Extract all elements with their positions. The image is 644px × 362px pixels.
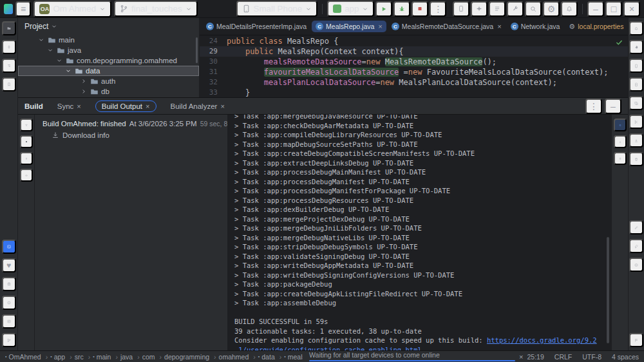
breadcrumb-item[interactable]: ▪ data (258, 353, 284, 361)
breadcrumb-item[interactable]: ▪ OmAhmed (5, 353, 50, 361)
download-tool-button[interactable] (629, 133, 643, 148)
project-widget[interactable]: OA Om Ahmed (33, 1, 111, 17)
tree-item-auth[interactable]: auth (18, 76, 199, 86)
chevron-right-icon[interactable] (80, 88, 88, 95)
build-options-button[interactable]: ⋮ (585, 99, 602, 114)
clear-console-button[interactable] (614, 152, 627, 165)
filter-button[interactable] (20, 119, 33, 131)
console-scrollbar[interactable] (607, 237, 609, 343)
chevron-right-icon[interactable] (80, 78, 88, 84)
commit-tool-button[interactable] (2, 40, 16, 54)
dependencies-tool-button[interactable] (2, 277, 16, 291)
chevron-down-icon[interactable] (64, 68, 72, 74)
problems-tool-button[interactable] (2, 296, 16, 310)
theme-tool-button[interactable] (629, 239, 643, 253)
device-manager-tool-button[interactable] (629, 59, 643, 73)
debug-button[interactable] (393, 1, 410, 17)
project-scrollbar[interactable] (196, 37, 198, 63)
close-tab-icon[interactable]: × (146, 102, 149, 110)
chevron-down-icon[interactable] (55, 57, 63, 64)
gradle-docs-link[interactable]: .1/userguide/configuration_cache_enablin… (234, 346, 422, 351)
tree-item-java[interactable]: java (18, 45, 199, 55)
breadcrumb-item[interactable]: java (120, 353, 142, 361)
cancel-progress-icon[interactable]: × (519, 353, 523, 361)
version-control-tool-button[interactable] (2, 333, 16, 347)
build-console[interactable]: > Task :app:mergeDebugJavaResource UP-TO… (228, 115, 611, 350)
main-menu-button[interactable]: ≡ (15, 1, 32, 17)
tab-build-analyzer[interactable]: Build Analyzer × (164, 100, 231, 112)
cursor-position[interactable]: 25:19 (527, 353, 544, 361)
line-separator-indicator[interactable]: CRLF (554, 353, 572, 361)
running-devices-tool-button[interactable] (629, 77, 643, 91)
todo-tool-button[interactable] (629, 333, 643, 347)
stop-button[interactable] (412, 1, 428, 17)
notifications-tool-button[interactable] (629, 21, 643, 35)
tree-item-package[interactable]: com.depogramming.omahmed (18, 55, 199, 66)
chevron-down-icon[interactable] (37, 37, 45, 43)
tab-network[interactable]: C Network.java (507, 21, 564, 32)
close-tab-icon[interactable]: × (497, 23, 501, 30)
hide-build-panel-button[interactable]: – (605, 99, 621, 114)
build-result-root-row[interactable]: Build OmAhmed: finished At 3/6/2026 3:25… (35, 118, 227, 129)
close-tab-icon[interactable]: × (378, 23, 382, 30)
close-tab-icon[interactable]: × (220, 102, 224, 110)
gradle-tool-button[interactable] (629, 40, 643, 54)
indent-indicator[interactable]: 4 spaces (612, 353, 639, 361)
close-window-button[interactable]: × (623, 1, 640, 17)
emulator-tool-button[interactable] (629, 258, 643, 272)
bookmarks-tool-button[interactable] (2, 77, 16, 91)
ai-assistant-button[interactable] (471, 1, 488, 17)
inspections-ok-icon[interactable] (615, 38, 623, 46)
favorites-tool-button[interactable]: ♥ (2, 258, 16, 272)
breadcrumb-item[interactable]: depogramming (164, 353, 219, 361)
chevron-down-icon[interactable] (46, 47, 54, 53)
tree-item-db[interactable]: db (18, 86, 199, 97)
screenshot-tool-button[interactable] (629, 115, 643, 129)
breadcrumb-item[interactable]: omahmed (219, 353, 258, 361)
download-info-row[interactable]: Download info (35, 129, 227, 141)
gradle-docs-link[interactable]: https://docs.gradle.org/9.2 (487, 336, 597, 344)
breadcrumb-item[interactable]: ▪ main (93, 353, 120, 361)
logcat-tool-button[interactable] (2, 314, 16, 329)
pin-button[interactable] (20, 152, 33, 165)
scroll-to-end-button[interactable] (614, 135, 627, 148)
tree-item-main[interactable]: main (18, 35, 199, 45)
preview-button[interactable] (20, 169, 33, 182)
soft-wrap-button[interactable] (614, 119, 627, 131)
code-editor[interactable]: 24 public class MealsRepo { 29 public Me… (200, 35, 628, 97)
search-everywhere-button[interactable] (525, 1, 542, 17)
delete-tool-button[interactable] (629, 152, 643, 166)
tab-build-output-active[interactable]: Build Output × (95, 100, 156, 112)
stop-build-button[interactable] (20, 135, 33, 148)
breadcrumb-item[interactable]: src (75, 353, 93, 361)
breadcrumb-item[interactable]: ▪ app (50, 353, 75, 361)
tab-mealsrepo-active[interactable]: C MealsRepo.java × (312, 21, 386, 32)
tab-sync[interactable]: Sync × (51, 100, 88, 112)
build-tools-button[interactable] (507, 1, 524, 17)
live-edit-tool-button[interactable] (629, 220, 643, 234)
breadcrumb-item[interactable]: ▪ meals (284, 353, 303, 361)
project-panel-header[interactable]: Project (18, 18, 199, 35)
branch-widget[interactable]: final_touches (114, 1, 198, 17)
run-more-options-button[interactable]: ⋮ (430, 1, 446, 17)
structure-tool-button[interactable] (2, 59, 16, 73)
close-tab-icon[interactable]: × (77, 102, 80, 110)
terminal-tool-button[interactable] (2, 240, 16, 254)
maximize-button[interactable]: □ (605, 1, 622, 17)
tab-mealsremotedatasource[interactable]: C MealsRemoteDataSource.java × (388, 21, 506, 32)
minimize-button[interactable]: – (587, 1, 604, 17)
notifications-button[interactable] (561, 1, 578, 17)
breadcrumb-item[interactable]: com (142, 353, 164, 361)
resource-manager-tool-button[interactable] (629, 96, 643, 110)
encoding-indicator[interactable]: UTF-8 (582, 353, 601, 361)
project-tool-button[interactable] (2, 21, 16, 35)
tab-mealdetailspresenterimp[interactable]: C MealDetailsPresenterImp.java (202, 21, 310, 32)
run-button[interactable] (375, 1, 392, 17)
tree-item-data-selected[interactable]: data (18, 66, 199, 76)
todo-list-button[interactable] (489, 1, 506, 17)
settings-button[interactable]: ⚙ (543, 1, 560, 17)
progress-widget[interactable]: Waiting for all target devices to come o… (309, 352, 515, 361)
device-selector[interactable]: Small Phone (236, 1, 318, 17)
device-manager-button[interactable] (453, 1, 469, 17)
run-configuration-selector[interactable]: app (327, 1, 374, 17)
